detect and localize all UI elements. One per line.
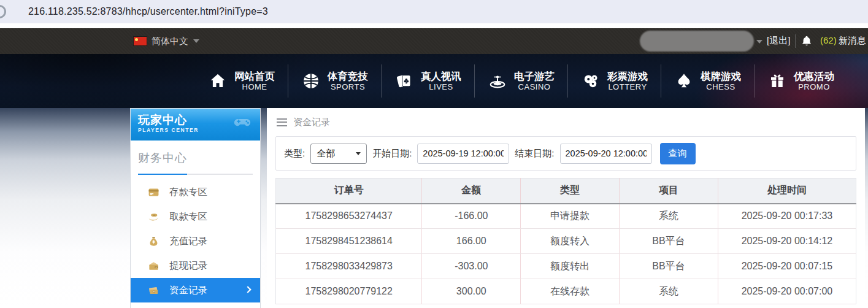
- type-select[interactable]: 全部: [310, 144, 367, 164]
- sidebar-item-label: 存款专区: [169, 186, 207, 199]
- column-order-no: 订单号: [276, 179, 422, 204]
- nav-item-sports[interactable]: 体育竞技SPORTS: [288, 64, 382, 98]
- funds-record-icon: [148, 285, 159, 296]
- sidebar-section-rule: [138, 174, 253, 175]
- cell-order-no: 1758298653274437: [276, 204, 422, 229]
- sidebar-item-funds-records[interactable]: 资金记录: [131, 278, 260, 302]
- bell-icon[interactable]: [801, 34, 813, 48]
- nav-subtitle: PROMO: [798, 82, 830, 92]
- funds-records-table: 订单号 金额 类型 项目 处理时间 1758298653274437 -166.…: [275, 178, 856, 304]
- menu-icon: [277, 118, 287, 126]
- table-row: 1758298020779122 300.00 在线存款 系统 2025-09-…: [276, 279, 856, 304]
- cell-type: 在线存款: [521, 279, 620, 304]
- nav-subtitle: CHESS: [706, 82, 735, 92]
- nav-subtitle: HOME: [242, 82, 267, 92]
- nav-item-chess[interactable]: 棋牌游戏CHESS: [661, 64, 755, 98]
- cell-amount: -166.00: [422, 204, 521, 229]
- players-center-sidebar: 玩家中心 PLAYERS CENTER 财务中心 存款专区 取款专区 充值记录 …: [130, 108, 261, 308]
- cell-processed-time: 2025-09-20 00:07:15: [718, 254, 856, 279]
- nav-item-promo[interactable]: 优惠活动PROMO: [755, 64, 847, 98]
- nav-title: 优惠活动: [794, 70, 834, 83]
- nav-item-lives[interactable]: 真人视讯LIVES: [382, 64, 475, 98]
- favicon-partial-icon: [0, 5, 6, 18]
- nav-item-home[interactable]: 网站首页HOME: [195, 64, 288, 98]
- chevron-down-icon: [356, 152, 361, 155]
- chevron-right-icon: [244, 286, 251, 293]
- column-processed-time: 处理时间: [718, 179, 856, 204]
- type-select-value: 全部: [317, 148, 335, 160]
- chevron-down-icon: [193, 39, 199, 43]
- nav-item-lottery[interactable]: 彩票游戏LOTTERY: [568, 64, 661, 98]
- cards-icon: [394, 71, 414, 91]
- language-label: 简体中文: [152, 36, 188, 47]
- spade-icon: [674, 71, 694, 91]
- nav-subtitle: LOTTERY: [608, 82, 647, 92]
- username-redacted-avatar[interactable]: [640, 31, 754, 52]
- nav-subtitle: SPORTS: [331, 82, 365, 92]
- cell-order-no: 1758298020779122: [276, 279, 422, 304]
- cell-type: 额度转出: [521, 254, 620, 279]
- browser-chrome-gap: [0, 23, 868, 28]
- notice-count[interactable]: (62): [820, 35, 837, 45]
- cell-project: 系统: [620, 204, 718, 229]
- cell-processed-time: 2025-09-20 00:14:12: [718, 229, 856, 254]
- start-date-input[interactable]: [417, 144, 509, 164]
- withdraw-hand-icon: [148, 211, 159, 223]
- roulette-icon: [488, 71, 507, 91]
- account-top-bar: 简体中文 [退出] (62) 新消息: [0, 28, 868, 54]
- browser-address-bar[interactable]: 216.118.235.52:8783/hhcp/usercenter.html…: [0, 0, 868, 23]
- url-text[interactable]: 216.118.235.52:8783/hhcp/usercenter.html…: [28, 6, 268, 17]
- start-date-label: 开始日期:: [372, 148, 412, 160]
- cell-amount: 300.00: [422, 279, 521, 304]
- content-header: 资金记录: [267, 108, 865, 136]
- lottery-balls-icon: [581, 71, 601, 91]
- funds-records-panel: 资金记录 类型: 全部 开始日期: 结束日期: 查询 订单号 金额 类型 项目 …: [267, 108, 865, 308]
- cell-type: 申请提款: [521, 204, 620, 229]
- filter-bar: 类型: 全部 开始日期: 结束日期: 查询: [275, 136, 856, 171]
- gift-icon: [767, 71, 787, 91]
- home-icon: [208, 71, 228, 91]
- cell-order-no: 1758298451238614: [276, 229, 422, 254]
- language-selector[interactable]: 简体中文: [134, 28, 199, 54]
- sidebar-item-lottery-bet-details[interactable]: 彩票下注明细: [131, 302, 260, 308]
- sidebar-item-label: 资金记录: [169, 284, 207, 297]
- cell-project: 系统: [620, 279, 718, 304]
- sidebar-item-withdrawal-records[interactable]: 提现记录: [131, 253, 260, 278]
- main-nav-background: 网站首页HOME 体育竞技SPORTS 真人视讯LIVES 电子游艺CASINO…: [0, 54, 868, 108]
- cell-amount: 166.00: [422, 229, 521, 254]
- search-button[interactable]: 查询: [660, 143, 696, 164]
- nav-title: 棋牌游戏: [701, 70, 741, 83]
- sidebar-item-withdraw-zone[interactable]: 取款专区: [131, 204, 260, 229]
- cell-type: 额度转入: [521, 229, 620, 254]
- nav-subtitle: LIVES: [429, 82, 453, 92]
- cell-processed-time: 2025-09-20 00:07:00: [718, 279, 856, 304]
- cell-project: BB平台: [620, 254, 718, 279]
- basketball-icon: [301, 71, 321, 91]
- notice-label[interactable]: 新消息: [839, 35, 866, 47]
- withdrawal-wallet-icon: [148, 260, 159, 272]
- column-project: 项目: [620, 179, 718, 204]
- sidebar-item-label: 取款专区: [169, 210, 207, 223]
- divider: [795, 34, 796, 48]
- nav-item-casino[interactable]: 电子游艺CASINO: [475, 64, 568, 98]
- main-nav: 网站首页HOME 体育竞技SPORTS 真人视讯LIVES 电子游艺CASINO…: [195, 54, 847, 108]
- nav-title: 体育竞技: [328, 70, 368, 83]
- nav-subtitle: CASINO: [518, 82, 551, 92]
- sidebar-header: 玩家中心 PLAYERS CENTER: [131, 109, 260, 141]
- sidebar-section-label: 财务中心: [138, 150, 253, 166]
- end-date-input[interactable]: [560, 144, 652, 164]
- cell-processed-time: 2025-09-20 00:17:33: [718, 204, 856, 229]
- cell-order-no: 1758298033429873: [276, 254, 422, 279]
- logout-link[interactable]: [退出]: [767, 35, 790, 47]
- sidebar-item-deposit-zone[interactable]: 存款专区: [131, 180, 260, 204]
- table-row: 1758298451238614 166.00 额度转入 BB平台 2025-0…: [276, 229, 856, 254]
- sidebar-item-recharge-records[interactable]: 充值记录: [131, 229, 260, 253]
- sidebar-section: 财务中心: [131, 141, 260, 175]
- nav-title: 真人视讯: [421, 70, 461, 83]
- chevron-down-icon[interactable]: [756, 40, 762, 44]
- nav-title: 彩票游戏: [607, 70, 648, 83]
- column-amount: 金额: [422, 179, 521, 204]
- recharge-bag-icon: [148, 236, 159, 247]
- nav-title: 电子游艺: [514, 70, 555, 83]
- table-row: 1758298033429873 -303.00 额度转出 BB平台 2025-…: [276, 254, 856, 279]
